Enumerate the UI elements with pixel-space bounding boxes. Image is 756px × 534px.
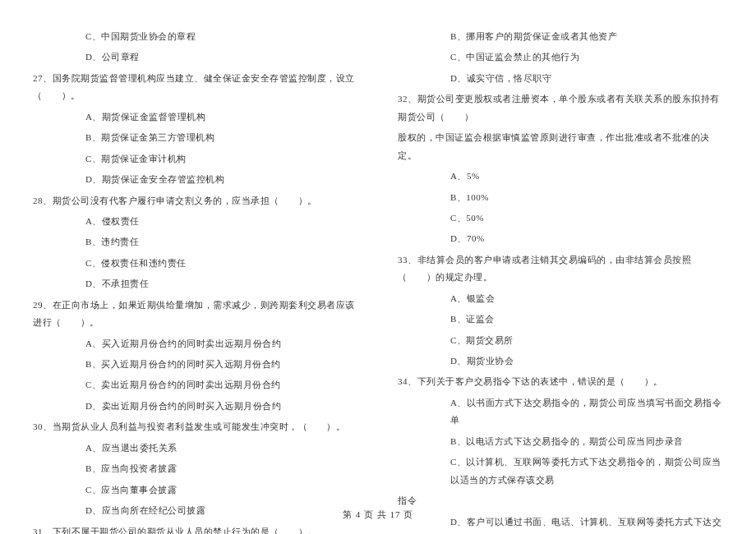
q32-stem: 32、期货公司变更股权或者注册资本，单个股东或者有关联关系的股东拟持有期货公司（… bbox=[398, 89, 723, 127]
q26-option-c: C、中国期货业协会的章程 bbox=[33, 26, 358, 47]
q34-option-c: C、以计算机、互联网等委托方式下达交易指令的，期货公司应当以适当的方式保存该交易 bbox=[398, 452, 723, 490]
q33-option-d: D、期货业协会 bbox=[398, 351, 723, 371]
q30-option-c: C、应当向董事会披露 bbox=[33, 480, 358, 500]
q29-option-b: B、买入近期月份合约的同时买入远期月份合约 bbox=[33, 354, 358, 375]
q27-option-b: B、期货保证金第三方管理机构 bbox=[33, 127, 358, 148]
q32-option-d: D、70% bbox=[398, 228, 723, 249]
q26-option-d: D、公司章程 bbox=[33, 47, 358, 67]
q30-option-b: B、应当向投资者披露 bbox=[33, 458, 358, 479]
q34-option-a: A、以书面方式下达交易指令的，期货公司应当填写书面交易指令单 bbox=[398, 393, 723, 431]
q33-option-c: C、期货交易所 bbox=[398, 330, 723, 351]
q30-option-a: A、应当退出委托关系 bbox=[33, 438, 358, 458]
q27-option-a: A、期货保证金监督管理机构 bbox=[33, 107, 358, 127]
q29-option-c: C、卖出近期月份合约的同时卖出远期月份合约 bbox=[33, 375, 358, 395]
q28-option-a: A、侵权责任 bbox=[33, 211, 358, 232]
q29-option-d: D、卖出近期月份合约的同时买入远期月份合约 bbox=[33, 396, 358, 417]
q33-stem: 33、非结算会员的客户申请或者注销其交易编码的，由非结算会员按照（ ）的规定办理… bbox=[398, 250, 723, 288]
page-body: C、中国期货业协会的章程 D、公司章程 27、国务院期货监督管理机构应当建立、健… bbox=[33, 26, 723, 503]
left-column: C、中国期货业协会的章程 D、公司章程 27、国务院期货监督管理机构应当建立、健… bbox=[33, 26, 358, 503]
q34-option-b: B、以电话方式下达交易指令的，期货公司应当同步录音 bbox=[398, 431, 723, 452]
page-footer: 第 4 页 共 17 页 bbox=[0, 509, 756, 521]
q33-option-b: B、证监会 bbox=[398, 309, 723, 329]
q31-stem: 31、下列不属于期货公司的期货从业人员的禁止行为的是（ ）。 bbox=[33, 522, 358, 535]
q29-option-a: A、买入近期月份合约的同时卖出远期月份合约 bbox=[33, 334, 358, 354]
q32-stem-cont: 股权的，中国证监会根据审慎监管原则进行审查，作出批准或者不批准的决定。 bbox=[398, 127, 723, 166]
q32-option-c: C、50% bbox=[398, 208, 723, 228]
q32-option-a: A、5% bbox=[398, 166, 723, 186]
q27-option-d: D、期货保证金安全存管监控机构 bbox=[33, 169, 358, 190]
q27-option-c: C、期货保证金审计机构 bbox=[33, 149, 358, 169]
q34-stem: 34、下列关于客户交易指令下达的表述中，错误的是（ ）。 bbox=[398, 371, 723, 392]
q31-option-d: D、诚实守信，恪尽职守 bbox=[398, 68, 723, 89]
right-column: B、挪用客户的期货保证金或者其他资产 C、中国证监会禁止的其他行为 D、诚实守信… bbox=[398, 26, 723, 503]
q28-option-c: C、侵权责任和违约责任 bbox=[33, 253, 358, 274]
q27-stem: 27、国务院期货监督管理机构应当建立、健全保证金安全存管监控制度，设立（ ）。 bbox=[33, 68, 358, 107]
q29-stem: 29、在正向市场上，如果近期供给量增加，需求减少，则跨期套利交易者应该进行（ ）… bbox=[33, 295, 358, 334]
q31-option-b: B、挪用客户的期货保证金或者其他资产 bbox=[398, 26, 723, 47]
q28-option-d: D、不承担责任 bbox=[33, 274, 358, 294]
q30-stem: 30、当期货从业人员利益与投资者利益发生或可能发生冲突时，（ ）。 bbox=[33, 417, 358, 437]
q31-option-c: C、中国证监会禁止的其他行为 bbox=[398, 47, 723, 67]
q32-option-b: B、100% bbox=[398, 187, 723, 208]
q33-option-a: A、银监会 bbox=[398, 288, 723, 309]
q28-stem: 28、期货公司没有代客户履行申请交割义务的，应当承担（ ）。 bbox=[33, 191, 358, 211]
q28-option-b: B、违约责任 bbox=[33, 232, 358, 252]
